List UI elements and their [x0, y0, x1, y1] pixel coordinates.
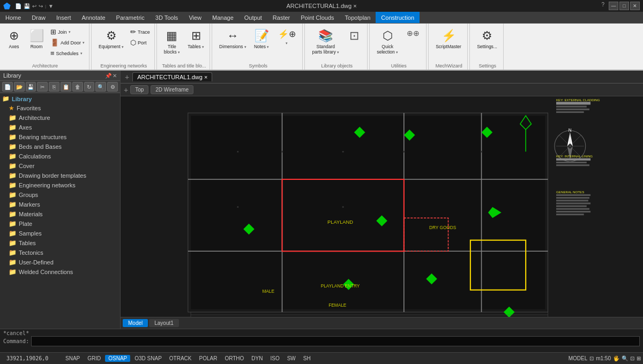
ltb-settings[interactable]: ⚙	[107, 82, 118, 92]
drawing-canvas[interactable]: PLAYLAND PLAYLAND ENTRY MALE FEMALE DRY …	[121, 96, 643, 329]
ltb-refresh[interactable]: ↻	[84, 82, 95, 92]
menu-parametric[interactable]: Parametric	[111, 12, 150, 23]
ltb-new[interactable]: 📄	[2, 82, 13, 92]
tree-groups[interactable]: 📁 Groups	[0, 190, 120, 200]
tree-root-library[interactable]: 📁 Library	[0, 94, 120, 103]
o3dsnap-toggle[interactable]: O3D SNAP	[131, 355, 165, 362]
view-wireframe-button[interactable]: 2D Wireframe	[151, 85, 193, 94]
library-close-icon[interactable]: ✕	[113, 73, 117, 79]
standard-parts-button[interactable]: 📚 Standardparts library ▾	[309, 27, 342, 57]
title-blocks-button[interactable]: ▦ Titleblocks ▾	[161, 27, 183, 57]
model-tab[interactable]: Model	[123, 319, 148, 327]
sw-toggle[interactable]: SW	[284, 355, 299, 362]
tree-plate[interactable]: 📁 Plate	[0, 219, 120, 229]
ltb-open[interactable]: 📂	[14, 82, 25, 92]
menu-view[interactable]: View	[183, 12, 207, 23]
tree-favorites[interactable]: ★ Favorites	[0, 103, 120, 113]
maximize-button[interactable]: □	[619, 2, 629, 10]
notes-button[interactable]: 📝 Notes ▾	[251, 27, 273, 51]
schedules-button[interactable]: ≡ Schedules ▾	[48, 48, 87, 58]
tree-tables[interactable]: 📁 Tables	[0, 238, 120, 248]
trace-button[interactable]: ✏ Trace	[128, 27, 152, 37]
menu-insert[interactable]: Insert	[51, 12, 77, 23]
menu-home[interactable]: Home	[0, 12, 26, 23]
nav-icon-1[interactable]: 🖐	[613, 355, 619, 361]
tree-beds[interactable]: 📁 Beds and Bases	[0, 142, 120, 151]
drawing-tab[interactable]: ARCHITECTURAL1.dwg ×	[132, 72, 212, 81]
tree-cover[interactable]: 📁 Cover	[0, 161, 120, 171]
menu-manage[interactable]: Manage	[207, 12, 239, 23]
ortho-toggle[interactable]: ORTHO	[221, 355, 247, 362]
tree-bearing[interactable]: 📁 Bearing structures	[0, 132, 120, 142]
command-input[interactable]	[31, 336, 640, 346]
tectonics-label: Tectonics	[19, 249, 43, 256]
tree-calculations[interactable]: 📁 Calculations	[0, 151, 120, 161]
tables-button[interactable]: ⊞ Tables ▾	[184, 27, 207, 51]
add-door-button[interactable]: 🚪 Add Door ▾	[48, 37, 87, 48]
iso-toggle[interactable]: ISO	[267, 355, 282, 362]
ltb-cut[interactable]: ✂	[37, 82, 48, 92]
nav-icon-2[interactable]: 🔍	[622, 355, 628, 361]
tree-samples[interactable]: 📁 Samples	[0, 229, 120, 238]
tree-axes[interactable]: 📁 Axes	[0, 123, 120, 132]
user-defined-label: User-Defined	[19, 259, 54, 266]
otrack-toggle[interactable]: OTRACK	[166, 355, 195, 362]
symbols-group-label: Symbols	[214, 63, 302, 69]
tb-icon-extra[interactable]: ▼	[48, 3, 54, 9]
ltb-save[interactable]: 💾	[26, 82, 36, 92]
menu-draw[interactable]: Draw	[26, 12, 51, 23]
tb-icon-new[interactable]: 📄	[15, 3, 21, 9]
ltb-copy[interactable]: ⎘	[49, 82, 59, 92]
help-icon[interactable]: ?	[601, 2, 604, 10]
tb-icon-undo[interactable]: ↩	[32, 3, 36, 9]
room-button[interactable]: ⬜ Room	[26, 27, 47, 51]
tb-icon-redo[interactable]: ↪	[39, 3, 43, 9]
tree-materials[interactable]: 📁 Materials	[0, 209, 120, 219]
menu-topotplan[interactable]: Topotplan	[340, 12, 376, 23]
menu-construction[interactable]: Construction	[376, 12, 420, 23]
ltb-search[interactable]: 🔍	[95, 82, 106, 92]
menu-output[interactable]: Output	[239, 12, 267, 23]
minimize-button[interactable]: —	[609, 2, 618, 10]
dimensions-button[interactable]: ↔ Dimensions ▾	[216, 27, 250, 51]
tree-drawing-border[interactable]: 📁 Drawing border templates	[0, 171, 120, 180]
view-plus-icon[interactable]: +	[124, 86, 128, 94]
layout1-tab[interactable]: Layout1	[149, 319, 179, 327]
menu-pointclouds[interactable]: Point Clouds	[295, 12, 339, 23]
library-extra-button[interactable]: ⊡	[343, 27, 365, 46]
tree-engineering-networks[interactable]: 📁 Engineering networks	[0, 180, 120, 190]
port-button[interactable]: ⬡ Port	[128, 37, 152, 48]
grid-toggle[interactable]: GRID	[84, 355, 104, 362]
osnap-toggle[interactable]: OSNAP	[105, 355, 130, 362]
polar-toggle[interactable]: POLAR	[196, 355, 221, 362]
axes-button[interactable]: ⊕ Axes	[3, 27, 25, 51]
view-top-button[interactable]: Top	[130, 85, 148, 94]
tree-markers[interactable]: 📁 Markers	[0, 200, 120, 209]
nav-icon-4[interactable]: ⊞	[637, 355, 641, 361]
menu-annotate[interactable]: Annotate	[77, 12, 111, 23]
tree-architecture[interactable]: 📁 Architecture	[0, 113, 120, 123]
join-button[interactable]: ⊞ Join ▾	[48, 27, 87, 37]
new-tab-button[interactable]: +	[123, 73, 131, 81]
utilities-extra-button[interactable]: ⊕⊕	[402, 27, 424, 40]
settings-button[interactable]: ⚙ Settings...	[474, 27, 500, 51]
sh-toggle[interactable]: SH	[300, 355, 314, 362]
tb-icon-save[interactable]: 💾	[24, 3, 30, 9]
close-button[interactable]: ✕	[630, 2, 640, 10]
tree-welded[interactable]: 📁 Welded Connections	[0, 267, 120, 277]
equipment-button[interactable]: ⚙ Equipment ▾	[95, 27, 127, 51]
library-pin-icon[interactable]: 📌	[105, 73, 111, 79]
menu-raster[interactable]: Raster	[267, 12, 295, 23]
ltb-delete[interactable]: 🗑	[72, 82, 83, 92]
nav-icon-3[interactable]: ⊡	[630, 355, 634, 361]
quick-selection-button[interactable]: ⬡ Quickselection ▾	[373, 27, 401, 57]
scriptmaster-button[interactable]: ⚡ ScriptMaster	[432, 27, 465, 51]
symbol-extra-button[interactable]: ⚡⊕ ▾	[273, 27, 300, 48]
tree-user-defined[interactable]: 📁 User-Defined	[0, 257, 120, 267]
dyn-toggle[interactable]: DYN	[248, 355, 266, 362]
snap-toggle[interactable]: SNAP	[62, 355, 83, 362]
ltb-paste[interactable]: 📋	[61, 82, 71, 92]
eng-group-label: Engineering networks	[93, 63, 154, 69]
tree-tectonics[interactable]: 📁 Tectonics	[0, 248, 120, 257]
menu-3dtools[interactable]: 3D Tools	[150, 12, 184, 23]
